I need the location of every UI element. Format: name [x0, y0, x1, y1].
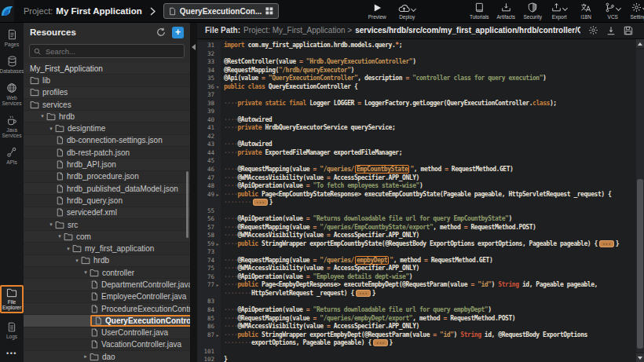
tree-item-services[interactable]: services	[24, 99, 190, 111]
tree-item-vacationcontroller-java[interactable]: VacationController.java	[24, 339, 190, 351]
sidebar-item-databases[interactable]: Databases	[0, 56, 24, 74]
tree-item-servicedef-xml[interactable]: servicedef.xml	[24, 207, 190, 219]
code-text: ········HttpServletRequest _request) {··…	[221, 290, 375, 298]
code-token: @ApiOperation(value	[237, 215, 306, 222]
scroll-down-arrow[interactable]	[636, 353, 644, 362]
tree-item-dao[interactable]: ▸dao	[24, 351, 190, 362]
download-file-icon[interactable]	[606, 26, 616, 35]
sidebar-item-apis[interactable]: APIs	[0, 147, 24, 165]
add-resource-button[interactable]: +	[172, 27, 184, 38]
i18n-button[interactable]: i18N	[573, 2, 599, 20]
settings-button[interactable]: Settings	[626, 2, 644, 20]
code-token: AccessSpecifier.APP_ONLY)	[334, 174, 419, 181]
query-highlight-box: empbyDept	[355, 256, 389, 265]
code-line-101: 101	[197, 348, 636, 357]
sidebar-item-pages[interactable]: Pages	[0, 29, 24, 47]
export-button[interactable]: Export	[546, 2, 573, 20]
tree-item-hrdb-query-json[interactable]: hrdb_query.json	[24, 195, 190, 207]
tree-scrollbar-thumb[interactable]	[186, 171, 188, 238]
folded-code-widget[interactable]: ···	[356, 290, 371, 297]
code-token: , description	[357, 75, 405, 82]
tree-item-hrdb-procedure-json[interactable]: hrdb_procedure.json	[24, 171, 190, 183]
api-nodes-icon	[6, 147, 17, 158]
chevron-right-icon	[150, 7, 156, 16]
collapse-panel-icon[interactable]	[192, 44, 196, 50]
tree-item-hrdb[interactable]: ▾hrdb	[24, 255, 190, 267]
code-text: public class QueryExecutionController {	[221, 83, 357, 92]
gutter-spacer	[214, 124, 221, 133]
code-editor[interactable]: 31import com.my_first_application.hrdb.m…	[197, 39, 636, 362]
save-icon[interactable]	[624, 26, 633, 35]
code-token: ····	[224, 232, 237, 239]
sidebar-item-java-services[interactable]: Java Services	[0, 115, 24, 138]
tree-item-db-rest-patch-json[interactable]: db-rest-patch.json	[24, 147, 190, 159]
sidebar-item-web-services[interactable]: Web Services	[0, 82, 24, 106]
tree-item-src[interactable]: ▾src	[24, 219, 190, 231]
tree-item-my-first-application[interactable]: ▾my_first_application	[24, 243, 190, 254]
tree-item-db-connection-settings-json[interactable]: db-connection-settings.json	[24, 135, 190, 147]
folded-code-widget[interactable]: ···	[599, 240, 614, 247]
fold-closed-icon[interactable]: ▸	[214, 191, 221, 199]
expander-open-icon[interactable]: ▾	[38, 113, 46, 119]
app-logo[interactable]	[0, 0, 14, 22]
tree-item-procedureexecutioncontroller-java[interactable]: ProcedureExecutionController.java	[24, 303, 190, 315]
tree-item-com[interactable]: ▾com	[24, 231, 190, 243]
search-input[interactable]	[44, 46, 180, 57]
tree-item-queryexecutioncontroller-java[interactable]: QueryExecutionController.java	[24, 315, 190, 327]
code-token: @RequestMapping(value	[237, 166, 313, 173]
security-button[interactable]: Security	[519, 2, 546, 20]
expander-open-icon[interactable]: ▾	[56, 233, 64, 240]
fold-closed-icon[interactable]: ▸	[214, 281, 221, 290]
expander-closed-icon[interactable]: ▸	[82, 353, 90, 360]
code-token: @Autowired	[237, 116, 272, 123]
tree-item-usercontroller-java[interactable]: UserController.java	[24, 327, 190, 339]
line-number: 85	[197, 315, 214, 324]
expander-open-icon[interactable]: ▾	[82, 269, 90, 276]
fold-open-icon[interactable]: ▾	[214, 83, 221, 92]
git-branch-icon	[605, 2, 615, 13]
fold-closed-icon[interactable]: ▸	[214, 331, 221, 340]
preview-button[interactable]: Preview	[364, 3, 390, 20]
tab-query-execution-controller[interactable]: QueryExecutionCon...	[163, 3, 279, 19]
tree-item-controller[interactable]: ▾controller	[24, 267, 190, 279]
expander-open-icon[interactable]: ▾	[73, 258, 81, 264]
panel-resizer[interactable]	[191, 22, 197, 362]
tree-item-my-first-application[interactable]: My_First_Application	[24, 63, 190, 75]
expander-open-icon[interactable]: ▾	[47, 126, 55, 132]
file-icon	[90, 305, 98, 313]
deploy-button[interactable]: Deploy	[393, 3, 420, 20]
folded-code-widget[interactable]: ···	[373, 339, 388, 346]
fold-closed-icon[interactable]: ▸	[214, 240, 221, 249]
more-menu-button[interactable]: •••	[6, 349, 17, 357]
expander-open-icon[interactable]: ▾	[64, 246, 72, 252]
folded-code-widget[interactable]: ···	[253, 199, 268, 206]
gutter-spacer	[214, 273, 221, 282]
editor-scrollbar[interactable]	[636, 39, 644, 362]
tree-item-hrdb[interactable]: ▾hrdb	[24, 111, 190, 122]
tree-item-hrdb-published-datamodel-json[interactable]: hrdb_published_dataModel.json	[24, 183, 190, 195]
editor-settings-gear-icon[interactable]	[588, 25, 598, 35]
sidebar-item-file-explorer[interactable]: File Explorer	[0, 285, 24, 313]
code-text: ····@RequestMapping(value = "/queries/Em…	[221, 166, 513, 174]
tutorials-button[interactable]: Tutorials	[466, 2, 492, 20]
tree-item-designtime[interactable]: ▾designtime	[24, 122, 190, 134]
vcs-button[interactable]: VCS	[599, 2, 626, 20]
tree-item-hrdb-api-json[interactable]: hrdb_API.json	[24, 159, 190, 170]
artifacts-button[interactable]: Artifacts	[492, 2, 519, 20]
selected-file-highlight[interactable]: QueryExecutionController.java	[90, 315, 190, 327]
search-icon	[34, 48, 41, 55]
chevron-down-icon	[616, 5, 621, 11]
tree-item-departmentcontroller-java[interactable]: DepartmentController.java	[24, 279, 190, 291]
editor-scrollbar-thumb[interactable]	[637, 179, 643, 349]
grid-icon[interactable]	[265, 7, 273, 15]
code-text: ····@WMAccessVisibility(value = AccessSp…	[221, 323, 419, 331]
sidebar-item-logs[interactable]: Logs	[0, 322, 24, 339]
expander-open-icon[interactable]: ▾	[47, 221, 55, 228]
tree-item-employeecontroller-java[interactable]: EmployeeController.java	[24, 291, 190, 303]
project-switcher[interactable]: Project: My First Application	[24, 6, 142, 16]
scroll-up-arrow[interactable]	[636, 39, 644, 49]
tree-item-profiles[interactable]: profiles	[24, 87, 190, 99]
refresh-icon[interactable]	[156, 27, 166, 37]
tree-item-lib[interactable]: lib	[24, 75, 190, 86]
code-text: ····@RequestMapping(value = "/queries/em…	[221, 315, 515, 324]
